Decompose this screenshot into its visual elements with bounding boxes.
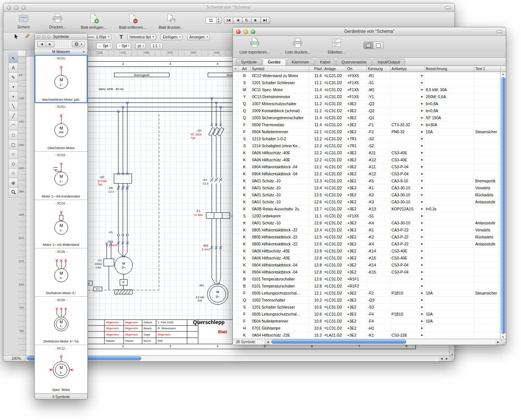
text-format-icon[interactable]: T <box>120 34 123 40</box>
artikeltyp-menu-arrow[interactable]: ▶ <box>421 142 423 149</box>
device-row[interactable]: F0505 Leitungsschutzschal...10.6=LC31.D2… <box>233 311 500 318</box>
h-offset-field[interactable]: ↔0pt▴▾ <box>96 43 112 49</box>
insert-sheet-button[interactable]: Blatt einfügen... <box>81 12 107 30</box>
device-row[interactable]: K0A06 Hilfsschütz -40E12.8=LC31.D2+3E2-K… <box>233 255 500 262</box>
artikeltyp-menu-arrow[interactable]: ▶ <box>421 227 423 233</box>
artikeltyp-menu-arrow[interactable]: ▶ <box>421 248 423 254</box>
line-tool[interactable]: ╲ <box>8 101 18 111</box>
close-button[interactable] <box>236 30 241 34</box>
scroll-right-button[interactable]: ▶ <box>496 341 501 344</box>
artikeltyp-menu-arrow[interactable]: ▶ <box>421 156 423 163</box>
palette-item[interactable]: - 0C02 -MGleichstrom-Motor <box>35 103 87 152</box>
arc-tool[interactable]: ◠ <box>8 121 18 130</box>
device-row[interactable]: S1213 Schalter 1-0-212.2=LC31.D2+7R1-S2▶ <box>233 135 500 142</box>
zoom-button[interactable] <box>21 6 26 10</box>
artikeltyp-menu-arrow[interactable]: ▶ <box>421 185 423 191</box>
artikeltyp-menu-arrow[interactable]: ▶ <box>421 149 423 156</box>
artikeltyp-menu-arrow[interactable]: ▶ <box>421 72 423 79</box>
action-menu-button[interactable]: ▼ <box>72 41 85 47</box>
resize-grip[interactable] <box>449 356 455 361</box>
horizontal-scrollbar-thumb[interactable] <box>271 340 406 344</box>
page-stepper-arrows[interactable]: ▲▼ <box>217 17 221 24</box>
device-row[interactable]: K0A0B Relais Ausschaltv. 2u12.7=LC31.D2+… <box>233 206 500 213</box>
window-controls[interactable] <box>236 30 255 34</box>
page-number-stepper[interactable]: 11 ▲▼ <box>206 17 221 24</box>
stepper-arrows[interactable]: ▴▾ <box>128 44 130 48</box>
print-list-button[interactable]: Liste drucken... <box>285 36 310 54</box>
artikeltyp-menu-arrow[interactable]: ▶ <box>421 262 423 268</box>
scroll-right-button[interactable]: ▶ <box>444 357 449 360</box>
refresh-button[interactable]: ↻ <box>242 17 252 24</box>
page-number-field[interactable]: 11 <box>206 17 217 24</box>
artikeltyp-menu-arrow[interactable]: ▶ <box>421 206 423 212</box>
v-offset-field[interactable]: ↕0pt▴▾ <box>117 43 131 49</box>
labels-button[interactable]: Etiketten... <box>326 36 347 54</box>
device-vertical-scrollbar[interactable]: ▲ ▼ <box>500 72 506 339</box>
display-menu[interactable]: Anzeigen▾ <box>187 34 210 40</box>
toolbar-toggle-button[interactable] <box>445 6 451 9</box>
point-tool[interactable]: • <box>8 82 18 92</box>
device-titlebar[interactable]: Geräteliste von “Schema” <box>233 27 506 36</box>
minimize-button[interactable] <box>244 30 248 34</box>
device-row[interactable]: Q1007 Motorschutzschalter11.2=LC31.D2+3E… <box>233 100 500 107</box>
zoom-button[interactable] <box>251 30 255 34</box>
tab-ger-te[interactable]: Geräte <box>263 59 286 66</box>
resize-grip[interactable] <box>501 340 506 345</box>
device-row[interactable]: F0509 Thermorelais11.4=LC31.D2+3E2-F1CT3… <box>233 121 500 128</box>
artikeltyp-menu-arrow[interactable]: ▶ <box>421 121 423 128</box>
previous-page-button[interactable] <box>233 17 242 24</box>
artikeltyp-menu-arrow[interactable]: ▶ <box>421 178 423 184</box>
device-row[interactable]: Q1002 Trennschalter10.2=LC31.D2+3E2-Q3▶ <box>233 297 500 304</box>
scroll-left-button[interactable]: ◀ <box>439 357 444 360</box>
device-row[interactable]: K0805 Hilfskontaktblock -2212.6=LC31.D2+… <box>233 241 500 248</box>
device-row[interactable]: K0A01 Schütz -1012.4=LC31.D2+3E2-K1CA3-3… <box>233 185 500 192</box>
device-row[interactable]: S1201 Schalter Schliesser11.1=LC31.D2+F1… <box>233 79 500 86</box>
device-row[interactable]: K0904 Hilfskontaktblock -0412.8=LC31.D2+… <box>233 262 500 269</box>
minimize-button[interactable] <box>42 35 45 38</box>
device-row[interactable]: K0904 Hilfskontaktblock -0412.2=LC31.D2+… <box>233 171 500 178</box>
artikeltyp-menu-arrow[interactable]: ▶ <box>421 325 423 331</box>
artikeltyp-menu-arrow[interactable]: ▶ <box>421 128 423 135</box>
tab-symbole[interactable]: Symbole <box>236 59 262 66</box>
scale-select[interactable]: 1:1▴▾ <box>150 43 162 49</box>
pointer-tool[interactable]: ↖ <box>8 54 18 63</box>
artikeltyp-menu-arrow[interactable]: ▶ <box>421 276 423 282</box>
remove-sheet-button[interactable]: Blatt entfernen... <box>119 12 146 30</box>
save-button[interactable]: Sichern <box>13 12 34 29</box>
pointer-tool-icon[interactable] <box>13 34 20 40</box>
column-header-bezeichnung[interactable]: Bezeichnung <box>425 66 474 72</box>
palette-item[interactable]: - 0C11 -M3~Spez. Motor <box>35 345 87 393</box>
artikeltyp-menu-arrow[interactable]: ▶ <box>421 107 423 114</box>
tab-kabel[interactable]: Kabel <box>315 59 335 66</box>
device-row[interactable]: R0C12 Widerstand zu Motor11.6=LC31.D2+F3… <box>233 72 500 79</box>
connector-tool[interactable]: ⊕ <box>8 178 18 188</box>
artikeltyp-menu-arrow[interactable]: ▶ <box>421 234 423 240</box>
palette-titlebar[interactable]: Symbole <box>35 34 87 39</box>
artikeltyp-menu-arrow[interactable]: ▶ <box>421 241 423 247</box>
window-controls[interactable] <box>37 35 51 38</box>
device-row[interactable]: K0A01 Schütz -1012.3=LC31.D2+3E2-K5CA3-9… <box>233 178 500 185</box>
device-row[interactable]: B0101 Temperaturschalter12.6=LC31.D2+R1F… <box>233 276 500 283</box>
column-header-text1[interactable]: Text 1 <box>474 66 501 72</box>
artikeltyp-menu-arrow[interactable]: ▶ <box>421 290 423 296</box>
device-row[interactable]: K0A01 Schütz -1012.5=LC31.D2+3E2-K2CA3-3… <box>233 192 500 199</box>
device-row[interactable]: B0101 Temperaturschalter12.8=LC31.D2+R1F… <box>233 283 500 290</box>
back-button[interactable]: ◀ <box>37 41 46 47</box>
device-row[interactable]: F0504 Nulleitertrenner10.6=LC31.D2+3E2-F… <box>233 318 500 325</box>
device-row[interactable]: S1214 Schaltglied (ohne Ke...12.2=LC31.D… <box>233 142 500 149</box>
close-button[interactable] <box>37 35 40 38</box>
text-tool[interactable]: A <box>8 63 18 73</box>
last-page-button[interactable] <box>261 17 270 24</box>
zoom-button[interactable] <box>47 35 51 38</box>
artikeltyp-menu-arrow[interactable]: ▶ <box>421 318 423 324</box>
close-button[interactable] <box>7 6 11 10</box>
rect-tool[interactable]: □ <box>8 130 18 140</box>
zoom-tool[interactable] <box>8 188 18 197</box>
ellipse-tool[interactable]: ○ <box>8 149 18 159</box>
star-tool[interactable]: ☆ <box>8 169 18 178</box>
main-horizontal-scrollbar[interactable] <box>26 356 439 361</box>
palette-item[interactable]: - 0C06 -M3~Drehstrom-Motor 3~ YΔ <box>35 297 87 345</box>
artikeltyp-menu-arrow[interactable]: ▶ <box>421 199 423 205</box>
scroll-down-button[interactable]: ▼ <box>500 336 506 338</box>
palette-item[interactable]: - 0C04 -M1~Motor 1~ mit Widerstand <box>35 200 87 248</box>
